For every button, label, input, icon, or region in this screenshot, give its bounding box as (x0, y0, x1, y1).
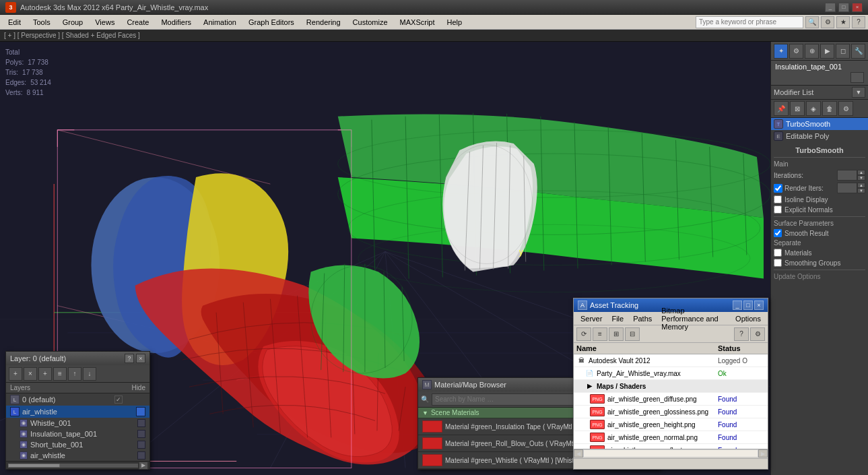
h-scroll-track[interactable] (7, 463, 139, 468)
layers-select-button[interactable]: ≡ (53, 367, 67, 381)
ts-iterations-up[interactable]: ▲ (857, 170, 865, 175)
modifier-list-dropdown[interactable]: ▼ (852, 87, 865, 98)
layers-add-button[interactable]: + (38, 367, 52, 381)
ts-iterations-input[interactable]: 0 (837, 170, 857, 181)
asset-tracking-close[interactable]: × (754, 300, 764, 310)
configure-modifiers-button[interactable]: ⚙ (838, 101, 853, 116)
at-refresh-button[interactable]: ⟳ (576, 327, 591, 341)
h-scroll-track[interactable] (583, 449, 758, 457)
list-item[interactable]: ◉ Insulation_tape_001 (6, 429, 149, 439)
rp-modify-button[interactable]: ⚙ (789, 44, 803, 59)
maximize-button[interactable]: □ (838, 3, 849, 12)
list-item[interactable]: PNG air_whistle_green_normal.png Found (574, 431, 768, 444)
list-item[interactable]: 📄 Party_Air_Whistle_vray.max Ok (574, 367, 768, 380)
layer-vis-box[interactable] (137, 451, 145, 460)
ts-iterations-down[interactable]: ▼ (857, 175, 865, 181)
ts-render-iters-up[interactable]: ▲ (857, 183, 865, 188)
rp-display-button[interactable]: ◻ (836, 44, 850, 59)
svg-point-26 (91, 177, 220, 353)
layers-new-button[interactable]: + (9, 367, 22, 381)
layers-delete-button[interactable]: × (24, 367, 37, 381)
menu-customize[interactable]: Customize (347, 15, 393, 29)
ts-isoline-checkbox[interactable] (774, 195, 782, 203)
layer-visibility-box[interactable] (136, 407, 145, 416)
menu-create[interactable]: Create (121, 15, 154, 29)
modifier-editable-poly[interactable]: E Editable Poly (771, 130, 868, 142)
rp-utilities-button[interactable]: 🔧 (851, 44, 865, 59)
menu-help[interactable]: Help (442, 15, 468, 29)
pin-stack-button[interactable]: 📌 (774, 101, 789, 116)
asset-tracking-maximize[interactable]: □ (743, 300, 753, 310)
scroll-right[interactable]: ▶ (139, 462, 148, 470)
menu-animation[interactable]: Animation (198, 15, 242, 29)
h-scroll-thumb[interactable] (8, 464, 60, 468)
at-menu-paths[interactable]: Paths (629, 314, 656, 323)
modifier-turbosmooth[interactable]: T TurboSmooth (771, 118, 868, 130)
at-grid-button[interactable]: ⊞ (609, 327, 624, 341)
layer-check[interactable]: ✓ (114, 395, 123, 404)
bookmark-button[interactable]: ★ (836, 16, 850, 28)
list-item[interactable]: 🏛 Autodesk Vault 2012 Logged O (574, 354, 768, 367)
list-item[interactable]: PNG air_whistle_green_reflect.png Found (574, 444, 768, 449)
menu-modifiers[interactable]: Modifiers (156, 15, 197, 29)
layers-move-down-button[interactable]: ↓ (83, 367, 96, 381)
make-unique-button[interactable]: ◈ (806, 101, 821, 116)
menu-tools[interactable]: Tools (28, 15, 56, 29)
list-item[interactable]: L air_whistle (6, 406, 149, 418)
menu-rendering[interactable]: Rendering (301, 15, 346, 29)
scroll-left[interactable]: ◀ (574, 449, 583, 457)
menu-maxscript[interactable]: MAXScript (395, 15, 440, 29)
menu-edit[interactable]: Edit (3, 15, 26, 29)
layers-move-up-button[interactable]: ↑ (68, 367, 81, 381)
asset-tracking-minimize[interactable]: _ (733, 300, 742, 310)
list-item[interactable]: PNG air_whistle_green_height.png Found (574, 418, 768, 431)
at-help-button[interactable]: ? (734, 327, 749, 341)
menu-group[interactable]: Group (57, 15, 89, 29)
ts-render-iters-input[interactable]: 2 (837, 183, 857, 193)
ts-render-iters-row: Render Iters: 2 ▲ ▼ (774, 183, 865, 193)
layers-panel-help[interactable]: ? (125, 354, 134, 363)
list-item[interactable]: PNG air_whistle_green_glossiness.png Fou… (574, 406, 768, 418)
ts-explicit-normals-checkbox[interactable] (774, 205, 782, 214)
list-item[interactable]: ◉ Short_tube_001 (6, 439, 149, 450)
show-end-result-button[interactable]: ⊠ (790, 101, 805, 116)
rp-motion-button[interactable]: ▶ (820, 44, 834, 59)
rp-create-button[interactable]: ✦ (774, 44, 788, 59)
layers-panel-close[interactable]: × (136, 354, 145, 363)
at-detail-button[interactable]: ⊟ (625, 327, 640, 341)
list-item[interactable]: ▶ Maps / Shaders (574, 380, 768, 393)
layers-scrollbar[interactable]: ▶ (6, 461, 149, 469)
at-menu-bitmap[interactable]: Bitmap Performance and Memory (657, 306, 730, 331)
list-item[interactable]: ◉ air_whistle (6, 450, 149, 461)
at-menu-options[interactable]: Options (731, 314, 765, 323)
ts-smooth-result-checkbox[interactable] (774, 229, 782, 237)
list-item[interactable]: PNG air_whistle_green_diffuse.png Found (574, 393, 768, 406)
help-button[interactable]: ? (852, 16, 865, 28)
menu-graph-editors[interactable]: Graph Editors (243, 15, 300, 29)
at-menu-server[interactable]: Server (576, 314, 606, 323)
viewport-label: [ + ] [ Perspective ] [ Shaded + Edged F… (0, 30, 868, 42)
search-input[interactable] (696, 16, 803, 28)
list-item[interactable]: L 0 (default) ✓ (6, 393, 149, 406)
list-item[interactable]: ◉ Whistle_001 (6, 418, 149, 429)
close-button[interactable]: × (852, 3, 863, 12)
rp-hierarchy-button[interactable]: ⊕ (805, 44, 819, 59)
object-color-box[interactable] (850, 72, 864, 83)
layer-vis-box[interactable] (137, 441, 145, 449)
layer-vis-box[interactable] (137, 430, 145, 438)
menu-views[interactable]: Views (90, 15, 120, 29)
scroll-right[interactable]: ▶ (758, 449, 768, 457)
ts-smoothing-groups-checkbox[interactable] (774, 259, 782, 267)
ts-materials-checkbox[interactable] (774, 249, 782, 257)
layer-vis-box[interactable] (137, 419, 145, 427)
search-options-button[interactable]: ⚙ (821, 16, 834, 28)
search-button[interactable]: 🔍 (805, 16, 819, 28)
minimize-button[interactable]: _ (825, 3, 836, 12)
at-hscrollbar[interactable]: ◀ ▶ (574, 449, 768, 458)
at-list-button[interactable]: ≡ (593, 327, 607, 341)
ts-render-iters-down[interactable]: ▼ (857, 188, 865, 193)
at-settings-button[interactable]: ⚙ (750, 327, 765, 341)
ts-render-iters-checkbox[interactable] (774, 184, 782, 193)
at-menu-file[interactable]: File (607, 314, 628, 323)
remove-modifier-button[interactable]: 🗑 (822, 101, 837, 116)
